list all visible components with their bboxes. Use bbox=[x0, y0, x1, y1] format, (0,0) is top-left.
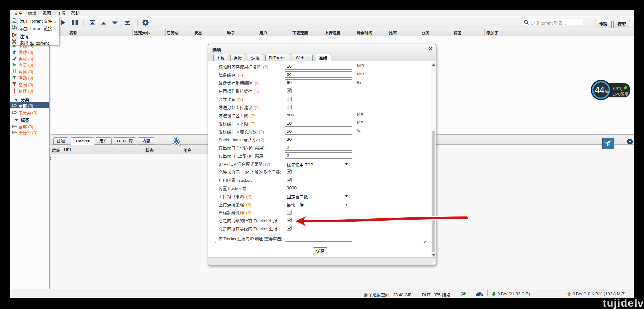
svg-text:%: % bbox=[605, 89, 609, 94]
svg-text:44: 44 bbox=[595, 85, 605, 95]
